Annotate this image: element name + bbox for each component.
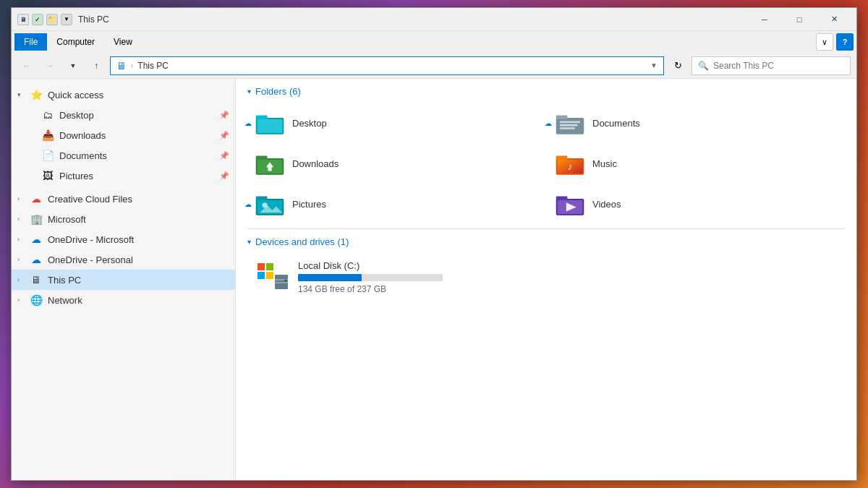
devices-section-header[interactable]: ▾ Devices and drives (1) — [236, 229, 856, 252]
videos-folder-name: Videos — [592, 199, 621, 210]
up-button[interactable]: ↑ — [87, 56, 106, 75]
onedrive-personal-chevron: › — [17, 256, 29, 263]
local-disk-info: Local Disk (C:) 134 GB free of 237 GB — [298, 260, 838, 294]
svg-point-32 — [285, 280, 287, 282]
folders-section-header[interactable]: ▾ Folders (6) — [236, 79, 856, 101]
ribbon-collapse-button[interactable]: ∨ — [816, 33, 833, 51]
sidebar-item-desktop[interactable]: 🗂 Desktop 📌 — [23, 105, 235, 125]
svg-rect-9 — [256, 156, 268, 160]
svg-rect-26 — [266, 263, 273, 270]
minimize-button[interactable]: ─ — [748, 8, 781, 31]
window-controls: ─ □ ✕ — [748, 8, 851, 31]
sidebar-item-this-pc[interactable]: › 🖥 This PC — [12, 270, 235, 290]
devices-header-label: Devices and drives (1) — [255, 236, 349, 247]
microsoft-icon: 🏢 — [29, 212, 43, 226]
pictures-folder-icon — [255, 191, 285, 217]
forward-button[interactable]: → — [41, 56, 59, 75]
main-panel: ▾ Folders (6) ☁ Desktop — [236, 79, 856, 480]
pictures-label: Pictures — [59, 171, 219, 181]
search-box[interactable]: 🔍 — [692, 56, 851, 75]
sidebar-item-documents[interactable]: 📄 Documents 📌 — [23, 145, 235, 166]
refresh-button[interactable]: ↻ — [668, 56, 687, 75]
devices-grid: Local Disk (C:) 134 GB free of 237 GB — [236, 252, 856, 312]
close-button[interactable]: ✕ — [817, 8, 851, 31]
sidebar-item-downloads[interactable]: 📥 Downloads 📌 — [23, 125, 235, 145]
svg-rect-1 — [256, 116, 268, 119]
svg-rect-2 — [258, 119, 283, 133]
help-button[interactable]: ? — [836, 33, 854, 51]
folder-item-documents[interactable]: ☁ Documents — [548, 104, 845, 142]
device-item-c[interactable]: Local Disk (C:) 134 GB free of 237 GB — [247, 254, 845, 301]
creative-cloud-chevron: › — [17, 195, 29, 202]
onedrive-personal-icon: ☁ — [29, 252, 43, 267]
address-box[interactable]: 🖥 › This PC ▼ — [110, 56, 664, 75]
search-input[interactable] — [713, 61, 844, 71]
ribbon: File Computer View ∨ ? — [12, 31, 856, 53]
videos-folder-icon — [555, 191, 585, 217]
sidebar-item-onedrive-personal[interactable]: › ☁ OneDrive - Personal — [12, 249, 235, 270]
tab-file[interactable]: File — [14, 33, 47, 51]
tab-computer[interactable]: Computer — [47, 33, 104, 51]
folder-item-music[interactable]: ♪ Music — [548, 145, 845, 182]
svg-rect-25 — [258, 263, 265, 270]
folder-item-desktop[interactable]: ☁ Desktop — [247, 104, 545, 142]
local-disk-size: 134 GB free of 237 GB — [298, 284, 838, 294]
downloads-folder-name: Downloads — [292, 158, 339, 169]
svg-rect-7 — [560, 127, 575, 129]
svg-rect-27 — [258, 272, 265, 279]
ribbon-right: ∨ ? — [816, 33, 854, 51]
maximize-button[interactable]: □ — [783, 8, 816, 31]
documents-pin-icon: 📌 — [219, 151, 229, 160]
local-disk-icon-wrap — [255, 260, 289, 295]
network-chevron: › — [17, 296, 29, 304]
this-pc-label: This PC — [48, 275, 229, 286]
disk-bar-background — [298, 274, 443, 281]
address-dropdown-icon[interactable]: ▼ — [650, 61, 658, 69]
microsoft-label: Microsoft — [48, 214, 229, 225]
documents-icon: 📄 — [41, 148, 55, 163]
disk-bar-fill — [298, 274, 362, 281]
microsoft-chevron: › — [17, 215, 29, 223]
onedrive-ms-icon: ☁ — [29, 232, 43, 247]
documents-folder-icon — [555, 110, 585, 136]
sidebar-item-onedrive-microsoft[interactable]: › ☁ OneDrive - Microsoft — [12, 229, 235, 249]
onedrive-ms-chevron: › — [17, 236, 29, 243]
onedrive-ms-label: OneDrive - Microsoft — [48, 234, 229, 245]
creative-cloud-label: Creative Cloud Files — [48, 194, 229, 205]
folders-header-label: Folders (6) — [255, 86, 301, 97]
desktop-label: Desktop — [59, 110, 219, 121]
sidebar-item-pictures[interactable]: 🖼 Pictures 📌 — [23, 166, 235, 186]
explorer-window: 🖥 ✓ 📁 ▼ This PC ─ □ ✕ File Computer View… — [11, 7, 857, 481]
network-icon: 🌐 — [29, 293, 43, 307]
svg-rect-4 — [556, 116, 568, 119]
sidebar-item-network[interactable]: › 🌐 Network — [12, 290, 235, 310]
sidebar-item-quick-access[interactable]: ▾ ⭐ Quick access — [12, 85, 235, 105]
creative-cloud-icon: ☁ — [29, 192, 43, 206]
titlebar: 🖥 ✓ 📁 ▼ This PC ─ □ ✕ — [12, 8, 856, 31]
address-monitor-icon: 🖥 — [116, 60, 127, 72]
svg-rect-5 — [560, 121, 580, 123]
window-title: This PC — [78, 14, 748, 25]
quick-access-label: Quick access — [48, 90, 229, 100]
network-label: Network — [48, 295, 229, 306]
recent-locations-button[interactable]: ▼ — [64, 56, 82, 75]
tab-view[interactable]: View — [104, 33, 142, 51]
svg-rect-22 — [556, 197, 568, 200]
dropdown-arrow-icon[interactable]: ▼ — [61, 14, 72, 25]
onedrive-personal-label: OneDrive - Personal — [48, 254, 229, 265]
documents-folder-name: Documents — [592, 118, 640, 129]
folder-item-videos[interactable]: Videos — [548, 185, 845, 223]
folder-item-downloads[interactable]: Downloads — [247, 145, 545, 182]
folder-item-pictures[interactable]: ☁ Pictures — [247, 185, 545, 223]
titlebar-icons: 🖥 ✓ 📁 ▼ — [17, 14, 72, 25]
sidebar-item-creative-cloud[interactable]: › ☁ Creative Cloud Files — [12, 189, 235, 209]
svg-rect-13 — [556, 156, 568, 160]
sidebar-item-microsoft[interactable]: › 🏢 Microsoft — [12, 209, 235, 229]
local-disk-name: Local Disk (C:) — [298, 260, 838, 271]
folders-grid: ☁ Desktop ☁ — [236, 101, 856, 228]
pictures-icon: 🖼 — [41, 168, 55, 183]
back-button[interactable]: ← — [17, 56, 36, 75]
svg-rect-31 — [275, 282, 288, 283]
quick-access-children: 🗂 Desktop 📌 📥 Downloads 📌 📄 Documents — [12, 105, 235, 186]
address-separator: › — [131, 61, 133, 69]
